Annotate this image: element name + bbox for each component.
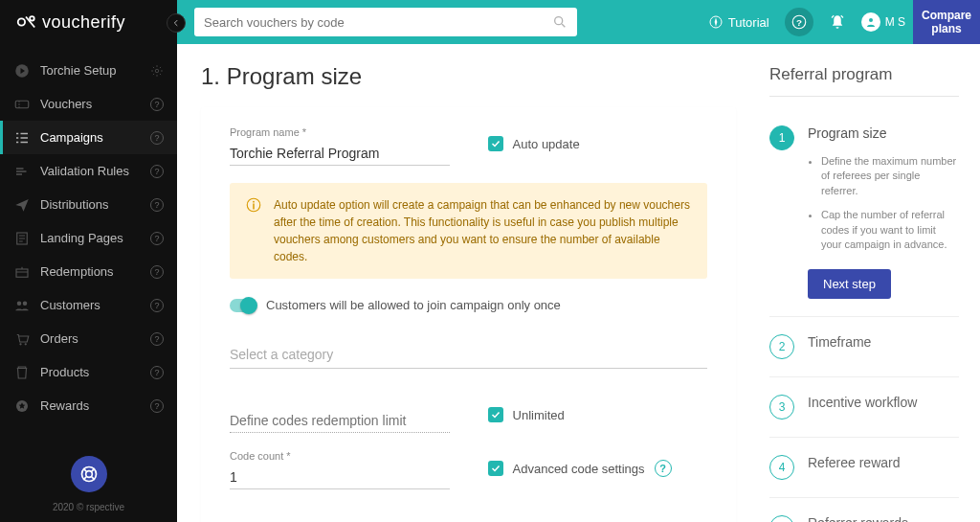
help-icon[interactable]: ? xyxy=(150,232,164,245)
sidebar-item-rewards[interactable]: Rewards? xyxy=(0,389,177,422)
page-title: 1. Program size xyxy=(201,63,736,90)
sidebar-item-campaigns[interactable]: Campaigns? xyxy=(0,121,177,154)
help-icon[interactable]: ? xyxy=(150,299,164,312)
info-icon xyxy=(245,196,262,265)
sidebar-item-torchie-setup[interactable]: Torchie Setup xyxy=(0,54,177,87)
sidebar-item-landing-pages[interactable]: Landing Pages? xyxy=(0,221,177,255)
auto-update-checkbox[interactable] xyxy=(488,136,503,151)
search-icon xyxy=(552,14,568,30)
unlimited-checkbox[interactable] xyxy=(488,407,503,422)
chevron-left-icon xyxy=(171,18,181,28)
logo-icon xyxy=(15,11,36,33)
svg-rect-21 xyxy=(253,204,255,210)
form-card: Program name * Auto update xyxy=(201,107,736,522)
svg-point-20 xyxy=(253,201,255,203)
sidebar-item-label: Campaigns xyxy=(40,130,150,145)
brand-logo[interactable]: voucherify xyxy=(0,0,177,44)
auto-update-label: Auto update xyxy=(513,137,580,151)
svg-rect-6 xyxy=(16,269,28,277)
svg-point-13 xyxy=(85,471,92,478)
help-icon[interactable]: ? xyxy=(150,265,164,279)
compass-icon xyxy=(708,14,724,30)
sidebar-item-products[interactable]: Products? xyxy=(0,355,177,389)
help-icon[interactable]: ? xyxy=(150,165,164,178)
wizard-title: Referral program xyxy=(769,65,959,97)
sidebar-item-vouchers[interactable]: Vouchers? xyxy=(0,87,177,121)
sidebar-item-orders[interactable]: Orders? xyxy=(0,322,177,355)
sidebar-item-label: Landing Pages xyxy=(40,231,150,245)
notifications-button[interactable] xyxy=(823,8,852,36)
svg-point-7 xyxy=(17,301,22,306)
step-number: 5 xyxy=(769,515,794,522)
svg-point-18 xyxy=(869,18,873,22)
help-icon[interactable]: ? xyxy=(150,366,164,379)
search-input[interactable] xyxy=(204,15,552,30)
sidebar-collapse-button[interactable] xyxy=(167,13,186,33)
redemption-limit-input[interactable] xyxy=(230,409,450,433)
svg-point-14 xyxy=(555,17,563,25)
step-label: Program size xyxy=(808,125,959,141)
svg-point-1 xyxy=(30,16,34,21)
next-step-button[interactable]: Next step xyxy=(808,269,891,299)
sidebar-item-redemptions[interactable]: Redemptions? xyxy=(0,255,177,288)
compare-plans-button[interactable]: Compare plans xyxy=(913,0,980,44)
svg-point-10 xyxy=(25,343,27,345)
alert-text: Auto update option will create a campaig… xyxy=(274,196,692,265)
join-once-toggle[interactable] xyxy=(230,299,255,312)
svg-point-3 xyxy=(155,69,159,73)
help-icon[interactable]: ? xyxy=(150,131,164,145)
wizard-step-3[interactable]: 3Incentive workflow xyxy=(769,377,959,438)
svg-text:?: ? xyxy=(796,17,802,28)
redeem-icon xyxy=(13,263,31,281)
sidebar-item-label: Products xyxy=(40,365,150,379)
tutorial-link[interactable]: Tutorial xyxy=(708,14,769,30)
wizard-panel: Referral program 1Program sizeDefine the… xyxy=(760,44,980,522)
step-label: Referrer rewards xyxy=(808,515,959,522)
advanced-settings-checkbox[interactable] xyxy=(488,461,503,476)
help-icon[interactable]: ? xyxy=(150,98,164,111)
brand-text: voucherify xyxy=(42,12,125,33)
step-number: 2 xyxy=(769,334,794,359)
sidebar-item-distributions[interactable]: Distributions? xyxy=(0,188,177,221)
product-icon xyxy=(13,364,31,381)
step-label: Incentive workflow xyxy=(808,395,959,410)
help-icon[interactable]: ? xyxy=(150,198,164,212)
help-icon[interactable]: ? xyxy=(150,332,164,346)
svg-point-9 xyxy=(19,343,21,345)
sidebar-item-label: Distributions xyxy=(40,197,150,212)
ticket-icon xyxy=(13,96,31,113)
info-alert: Auto update option will create a campaig… xyxy=(230,183,707,279)
help-button[interactable]: ? xyxy=(785,8,813,36)
cart-icon xyxy=(13,330,31,348)
advanced-settings-help-icon[interactable]: ? xyxy=(655,460,672,477)
code-count-input[interactable] xyxy=(230,465,450,489)
sidebar: voucherify Torchie SetupVouchers?Campaig… xyxy=(0,0,177,522)
sidebar-item-validation-rules[interactable]: Validation Rules? xyxy=(0,154,177,188)
step-number: 4 xyxy=(769,455,794,480)
gear-icon[interactable] xyxy=(150,64,164,78)
wizard-step-2[interactable]: 2Timeframe xyxy=(769,317,959,377)
code-count-label: Code count * xyxy=(230,450,450,462)
svg-rect-4 xyxy=(15,101,29,108)
support-button[interactable] xyxy=(71,456,107,492)
user-menu[interactable]: M S xyxy=(861,12,905,32)
wizard-step-4[interactable]: 4Referee reward xyxy=(769,438,959,498)
help-icon: ? xyxy=(791,13,808,31)
wizard-step-5[interactable]: 5Referrer rewards xyxy=(769,498,959,522)
sidebar-item-customers[interactable]: Customers? xyxy=(0,288,177,322)
sidebar-item-label: Orders xyxy=(40,331,150,346)
search-box[interactable] xyxy=(194,8,577,36)
rules-icon xyxy=(13,163,31,180)
help-icon[interactable]: ? xyxy=(150,399,164,413)
advanced-settings-label: Advanced code settings xyxy=(513,462,645,476)
bell-icon xyxy=(829,13,846,31)
step-desc-item: Cap the number of referral codes if you … xyxy=(821,208,959,252)
step-number: 1 xyxy=(769,125,794,150)
program-name-input[interactable] xyxy=(230,142,450,166)
svg-point-8 xyxy=(23,301,28,306)
category-select[interactable]: Select a category xyxy=(230,341,707,369)
wizard-step-1[interactable]: 1Program sizeDefine the maximum number o… xyxy=(769,108,959,317)
life-ring-icon xyxy=(79,465,99,484)
svg-point-0 xyxy=(18,18,25,25)
avatar-icon xyxy=(861,12,880,32)
